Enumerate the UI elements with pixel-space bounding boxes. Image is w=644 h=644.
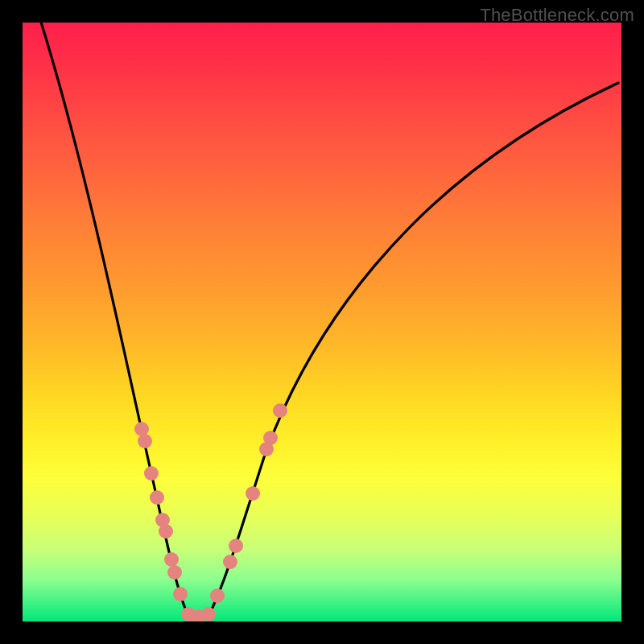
curve-overlay xyxy=(23,23,621,621)
svg-point-15 xyxy=(246,486,260,501)
pink-markers-valley xyxy=(181,607,216,621)
svg-point-7 xyxy=(167,565,182,580)
svg-point-14 xyxy=(229,539,243,553)
svg-point-5 xyxy=(159,524,173,539)
svg-point-8 xyxy=(173,587,188,601)
svg-point-6 xyxy=(164,552,179,567)
svg-point-11 xyxy=(201,607,216,621)
chart-frame: TheBottleneck.com xyxy=(0,0,644,644)
svg-point-12 xyxy=(210,588,225,603)
svg-point-2 xyxy=(144,466,159,481)
watermark-text: TheBottleneck.com xyxy=(480,5,634,26)
svg-point-3 xyxy=(150,490,164,505)
svg-point-1 xyxy=(138,434,152,448)
plot-area xyxy=(23,23,621,621)
right-curve xyxy=(188,83,618,617)
svg-point-13 xyxy=(223,555,237,569)
svg-point-18 xyxy=(273,403,287,418)
svg-point-17 xyxy=(263,431,278,445)
